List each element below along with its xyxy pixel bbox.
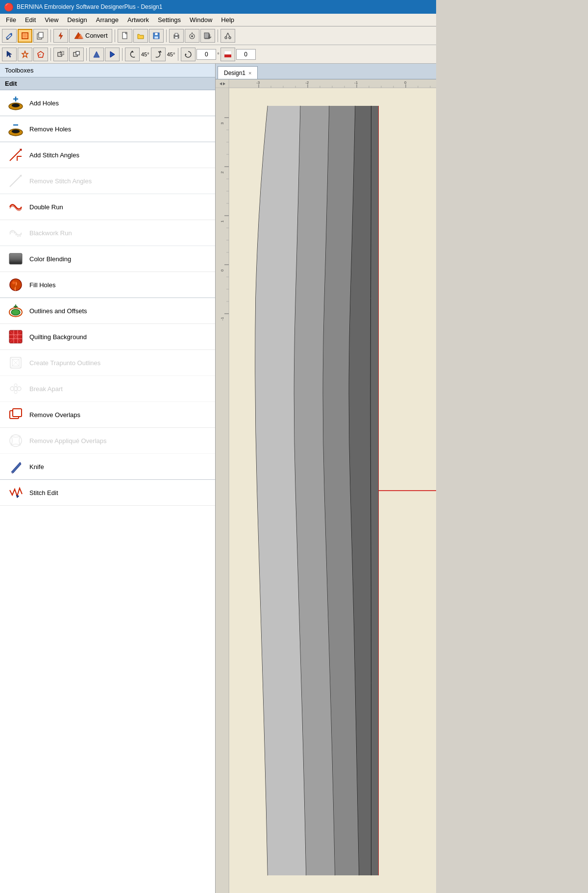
double-run-icon xyxy=(7,198,24,216)
stitch-edit-label: Stitch Edit xyxy=(29,489,58,496)
svg-line-53 xyxy=(11,179,17,185)
circular-btn[interactable] xyxy=(181,48,196,61)
menu-help[interactable]: Help xyxy=(217,15,238,25)
tab-close-btn[interactable]: × xyxy=(248,70,251,76)
break-apart-label: Break Apart xyxy=(29,385,63,393)
lightning-btn[interactable] xyxy=(53,29,68,43)
tool-fill-holes[interactable]: Fill Holes xyxy=(0,272,215,298)
select-btn[interactable] xyxy=(18,29,32,43)
tool-double-run[interactable]: Double Run xyxy=(0,194,215,220)
svg-point-46 xyxy=(12,130,20,133)
menu-arrange[interactable]: Arrange xyxy=(92,15,122,25)
fill-holes-icon xyxy=(7,276,24,294)
stitch-edit-icon xyxy=(7,484,24,501)
cut-btn[interactable] xyxy=(220,29,235,43)
arrow-tool[interactable] xyxy=(2,48,17,61)
ruler-horizontal: -3 -2 -1 0 1 xyxy=(229,79,436,88)
color-swatch-btn[interactable] xyxy=(220,48,235,61)
toolboxes-header: Toolboxes xyxy=(0,64,215,77)
svg-point-43 xyxy=(12,104,20,107)
triangle-tool[interactable] xyxy=(89,48,104,61)
print-preview-btn[interactable] xyxy=(185,29,199,43)
node-tool[interactable] xyxy=(33,48,48,61)
quilting-background-label: Quilting Background xyxy=(29,333,87,341)
menu-design[interactable]: Design xyxy=(63,15,91,25)
app-icon: 🔴 xyxy=(4,2,14,12)
svg-text:0: 0 xyxy=(404,80,407,85)
tool-remove-stitch-angles: Remove Stitch Angles xyxy=(0,168,215,194)
tool-add-holes[interactable]: Add Holes xyxy=(0,90,215,116)
remove-applique-label: Remove Appliqué Overlaps xyxy=(29,437,107,445)
svg-marker-34 xyxy=(110,51,115,57)
svg-point-76 xyxy=(14,391,17,394)
tool-break-apart: Break Apart xyxy=(0,376,215,402)
quilting-background-icon xyxy=(7,328,24,346)
tool-outlines-offsets[interactable]: Outlines and Offsets xyxy=(0,298,215,324)
tool-knife[interactable]: Knife xyxy=(0,454,215,480)
add-stitch-angles-label: Add Stitch Angles xyxy=(29,151,79,159)
blackwork-run-label: Blackwork Run xyxy=(29,229,72,237)
convert-btn[interactable]: Convert xyxy=(69,29,112,43)
menu-file[interactable]: File xyxy=(2,15,20,25)
menu-settings[interactable]: Settings xyxy=(154,15,185,25)
tool-quilting-background[interactable]: Quilting Background xyxy=(0,324,215,350)
menu-artwork[interactable]: Artwork xyxy=(123,15,153,25)
open-btn[interactable] xyxy=(133,29,148,43)
play-tool[interactable] xyxy=(105,48,120,61)
ruler-vertical: 3 2 1 0 -1 xyxy=(216,88,229,893)
toolbar2-sep-3 xyxy=(122,48,122,61)
svg-text:0: 0 xyxy=(220,269,224,272)
svg-rect-29 xyxy=(58,52,62,56)
print-btn[interactable] xyxy=(169,29,184,43)
toolbar2-sep-2 xyxy=(86,48,87,61)
design1-tab[interactable]: Design1 × xyxy=(218,66,258,79)
knife-icon xyxy=(7,458,24,475)
remove-applique-icon xyxy=(7,432,24,449)
tool-list: Add Holes Remove Holes xyxy=(0,90,215,893)
transform-tool[interactable] xyxy=(53,48,68,61)
tool-remove-overlaps[interactable]: Remove Overlaps xyxy=(0,402,215,428)
rotate-ccw-btn[interactable] xyxy=(125,48,140,61)
remove-overlaps-icon xyxy=(7,406,24,423)
toolbar-sep-2 xyxy=(115,29,115,42)
menu-window[interactable]: Window xyxy=(186,15,216,25)
tab-label: Design1 xyxy=(224,70,245,76)
toolbar2-sep-4 xyxy=(178,48,178,61)
svg-marker-26 xyxy=(22,51,28,57)
copy-btn[interactable] xyxy=(33,29,48,43)
tool-stitch-edit[interactable]: Stitch Edit xyxy=(0,480,215,506)
svg-rect-4 xyxy=(39,32,43,38)
remove-overlaps-label: Remove Overlaps xyxy=(29,411,80,419)
svg-marker-37 xyxy=(185,53,187,55)
svg-rect-11 xyxy=(154,36,158,39)
tool-color-blending[interactable]: Color Blending xyxy=(0,246,215,272)
draw-btn[interactable] xyxy=(2,29,17,43)
rotate-cw-btn[interactable] xyxy=(151,48,166,61)
menu-view[interactable]: View xyxy=(41,15,62,25)
svg-text:-2: -2 xyxy=(305,80,309,85)
menu-edit[interactable]: Edit xyxy=(21,15,40,25)
color-input[interactable] xyxy=(236,49,256,60)
rotate-input[interactable] xyxy=(196,49,216,60)
toolbar-sep-4 xyxy=(218,29,218,42)
add-holes-icon xyxy=(7,94,24,112)
add-holes-label: Add Holes xyxy=(29,99,59,107)
main-area: Toolboxes Edit Add Holes xyxy=(0,64,436,893)
tool-remove-holes[interactable]: Remove Holes xyxy=(0,116,215,142)
remove-holes-icon xyxy=(7,120,24,138)
save-btn[interactable] xyxy=(149,29,164,43)
svg-point-59 xyxy=(11,309,20,315)
export-btn[interactable] xyxy=(200,29,215,43)
svg-rect-39 xyxy=(224,51,231,54)
knife-label: Knife xyxy=(29,463,44,471)
new-btn[interactable] xyxy=(118,29,132,43)
svg-rect-19 xyxy=(204,33,209,38)
svg-text:-1: -1 xyxy=(220,317,224,321)
scale-tool[interactable] xyxy=(69,48,84,61)
rotate-cw-label: 45° xyxy=(167,51,176,57)
svg-text:-1: -1 xyxy=(354,80,358,85)
star-tool[interactable] xyxy=(18,48,32,61)
svg-text:3: 3 xyxy=(220,122,224,124)
tool-add-stitch-angles[interactable]: Add Stitch Angles xyxy=(0,142,215,168)
svg-rect-2 xyxy=(23,34,27,38)
